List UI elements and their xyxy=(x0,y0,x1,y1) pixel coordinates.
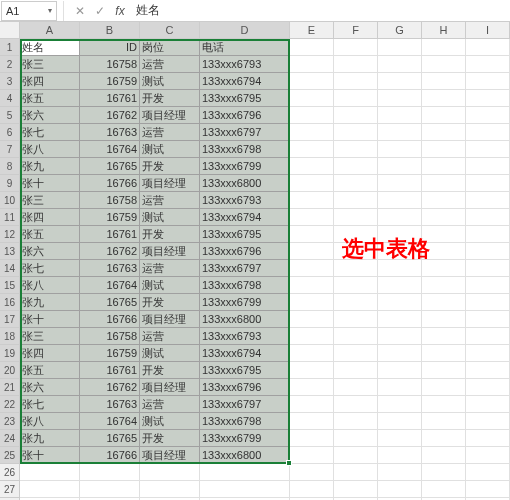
cell[interactable]: 16765 xyxy=(80,430,140,447)
cell[interactable] xyxy=(378,56,422,73)
col-header-B[interactable]: B xyxy=(80,22,140,39)
row-header[interactable]: 21 xyxy=(0,379,20,396)
cell[interactable]: 张十 xyxy=(20,311,80,328)
spreadsheet-grid[interactable]: ABCDEFGHI1姓名ID岗位电话2张三16758运营133xxx67933张… xyxy=(0,22,510,500)
cell[interactable] xyxy=(378,294,422,311)
cell[interactable] xyxy=(466,39,510,56)
cell[interactable] xyxy=(80,464,140,481)
cell[interactable]: 133xxx6795 xyxy=(200,362,290,379)
cell[interactable]: 项目经理 xyxy=(140,447,200,464)
cell[interactable]: 133xxx6800 xyxy=(200,447,290,464)
cell[interactable] xyxy=(378,158,422,175)
row-header[interactable]: 1 xyxy=(0,39,20,56)
cell[interactable] xyxy=(290,328,334,345)
cell[interactable] xyxy=(378,192,422,209)
cell[interactable] xyxy=(422,447,466,464)
cell[interactable]: 133xxx6793 xyxy=(200,328,290,345)
cell[interactable]: 133xxx6796 xyxy=(200,243,290,260)
cell[interactable] xyxy=(20,464,80,481)
chevron-down-icon[interactable]: ▾ xyxy=(48,6,52,15)
cell[interactable] xyxy=(290,430,334,447)
cell[interactable] xyxy=(378,141,422,158)
row-header[interactable]: 12 xyxy=(0,226,20,243)
cell[interactable] xyxy=(334,90,378,107)
cell[interactable] xyxy=(466,226,510,243)
cell[interactable] xyxy=(422,362,466,379)
row-header[interactable]: 16 xyxy=(0,294,20,311)
select-all-corner[interactable] xyxy=(0,22,20,39)
cell[interactable] xyxy=(378,345,422,362)
cell[interactable]: 133xxx6799 xyxy=(200,158,290,175)
cell[interactable]: 16763 xyxy=(80,396,140,413)
cell[interactable]: 16765 xyxy=(80,158,140,175)
row-header[interactable]: 7 xyxy=(0,141,20,158)
cell[interactable]: 133xxx6798 xyxy=(200,141,290,158)
cell[interactable]: 133xxx6795 xyxy=(200,226,290,243)
cell[interactable] xyxy=(290,158,334,175)
cell[interactable]: 16766 xyxy=(80,311,140,328)
row-header[interactable]: 11 xyxy=(0,209,20,226)
cell[interactable] xyxy=(290,175,334,192)
cell[interactable] xyxy=(422,175,466,192)
cell[interactable] xyxy=(200,481,290,498)
cell[interactable]: 测试 xyxy=(140,141,200,158)
cell[interactable] xyxy=(334,209,378,226)
cell[interactable] xyxy=(422,481,466,498)
cell[interactable] xyxy=(334,464,378,481)
cell[interactable]: 133xxx6796 xyxy=(200,107,290,124)
cell[interactable]: 张十 xyxy=(20,175,80,192)
cell[interactable] xyxy=(466,175,510,192)
cell[interactable]: 16762 xyxy=(80,107,140,124)
cell[interactable]: 张八 xyxy=(20,277,80,294)
cell[interactable] xyxy=(334,73,378,90)
cell[interactable] xyxy=(422,209,466,226)
cell[interactable] xyxy=(334,379,378,396)
cell[interactable]: 133xxx6795 xyxy=(200,90,290,107)
cell[interactable]: 开发 xyxy=(140,158,200,175)
row-header[interactable]: 5 xyxy=(0,107,20,124)
cell[interactable]: 张六 xyxy=(20,379,80,396)
cell[interactable] xyxy=(422,277,466,294)
cell[interactable]: 133xxx6800 xyxy=(200,311,290,328)
cell[interactable] xyxy=(290,226,334,243)
col-header-E[interactable]: E xyxy=(290,22,334,39)
cell[interactable] xyxy=(422,396,466,413)
row-header[interactable]: 23 xyxy=(0,413,20,430)
cell[interactable]: 16759 xyxy=(80,209,140,226)
cell[interactable] xyxy=(378,396,422,413)
cell[interactable] xyxy=(290,277,334,294)
cell[interactable]: 16764 xyxy=(80,277,140,294)
cell[interactable]: 张三 xyxy=(20,192,80,209)
cell[interactable]: 133xxx6794 xyxy=(200,345,290,362)
cell[interactable] xyxy=(466,260,510,277)
cell[interactable]: 张五 xyxy=(20,90,80,107)
cell[interactable]: 运营 xyxy=(140,260,200,277)
cell[interactable]: 133xxx6797 xyxy=(200,124,290,141)
cell[interactable] xyxy=(378,430,422,447)
cell[interactable] xyxy=(290,345,334,362)
cell[interactable]: 开发 xyxy=(140,226,200,243)
cell[interactable]: 运营 xyxy=(140,56,200,73)
cell[interactable] xyxy=(334,141,378,158)
cell[interactable]: 16758 xyxy=(80,192,140,209)
cell[interactable] xyxy=(290,294,334,311)
col-header-G[interactable]: G xyxy=(378,22,422,39)
formula-input[interactable]: 姓名 xyxy=(130,1,510,21)
cell[interactable]: 133xxx6793 xyxy=(200,192,290,209)
cell[interactable] xyxy=(290,447,334,464)
cell[interactable]: 张七 xyxy=(20,396,80,413)
col-header-D[interactable]: D xyxy=(200,22,290,39)
cell[interactable]: 16761 xyxy=(80,226,140,243)
cell[interactable]: 测试 xyxy=(140,345,200,362)
cell[interactable] xyxy=(378,413,422,430)
cell[interactable] xyxy=(334,56,378,73)
cell[interactable] xyxy=(422,39,466,56)
col-header-F[interactable]: F xyxy=(334,22,378,39)
row-header[interactable]: 4 xyxy=(0,90,20,107)
cell[interactable] xyxy=(466,447,510,464)
cell[interactable] xyxy=(334,192,378,209)
fx-icon[interactable]: fx xyxy=(110,1,130,21)
row-header[interactable]: 20 xyxy=(0,362,20,379)
cell[interactable] xyxy=(290,311,334,328)
cell[interactable]: 16766 xyxy=(80,447,140,464)
